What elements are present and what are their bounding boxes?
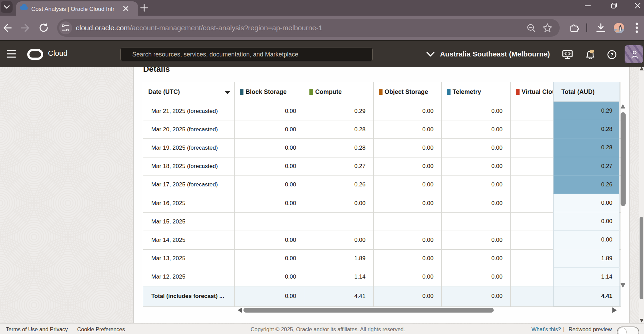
- svg-text:?: ?: [610, 52, 613, 57]
